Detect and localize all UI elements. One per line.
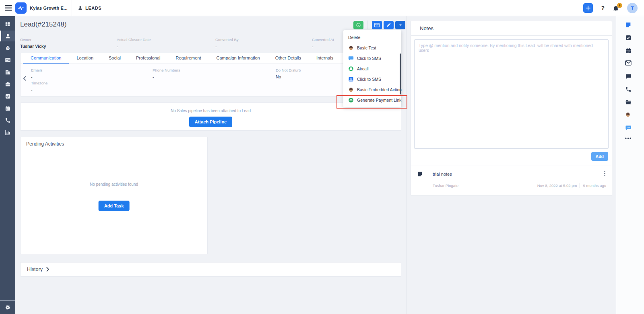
menu-item-label: Basic Test [357, 45, 376, 50]
left-sidebar: $ [0, 16, 15, 314]
rail-calls-button[interactable] [625, 86, 632, 93]
pending-activities-card: Pending Activities No pending activities… [20, 137, 208, 254]
avatar-icon [348, 87, 354, 92]
note-row: trial notes [417, 171, 606, 177]
ellipsis-icon [625, 138, 631, 139]
envelope-icon [374, 23, 380, 27]
menu-item-label: Generate Payment Link [357, 98, 401, 103]
rail-chat-button[interactable] [625, 73, 632, 80]
nav-leads[interactable]: LEADS [78, 5, 101, 10]
email-button[interactable] [372, 21, 382, 29]
pipeline-empty-text: No Sales pipeline has been attached to L… [21, 109, 401, 113]
quick-add-button[interactable] [583, 3, 593, 13]
menu-item-click-to-sms[interactable]: Click to SMS [343, 53, 401, 64]
tab-other-details[interactable]: Other Details [268, 53, 309, 64]
tab-location[interactable]: Location [69, 53, 101, 64]
add-task-button[interactable]: Add Task [99, 201, 130, 211]
sidebar-item-products[interactable] [0, 79, 15, 90]
field-value: - [215, 44, 239, 49]
sidebar-item-companies[interactable] [0, 67, 15, 78]
more-actions-dropdown-button[interactable] [395, 21, 405, 29]
note-input[interactable] [414, 39, 609, 149]
field-do-not-disturb: Do Not Disturb No [276, 68, 301, 79]
notes-add-row: Add [411, 149, 612, 161]
divider [72, 0, 72, 16]
add-note-button[interactable]: Add [591, 152, 608, 161]
sidebar-item-reports[interactable] [0, 127, 15, 138]
nav-leads-label: LEADS [85, 6, 101, 10]
tab-social[interactable]: Social [101, 53, 128, 64]
note-title: trial notes [433, 172, 452, 176]
field-value: - [31, 87, 47, 92]
field-value: Tushar Vicky [20, 44, 46, 49]
sidebar-item-leads[interactable] [0, 31, 15, 41]
help-button[interactable]: ? [601, 5, 605, 11]
menu-item-basic-test[interactable]: Basic Test [343, 43, 401, 53]
field-label: Phone Numbers [153, 68, 180, 72]
edit-button[interactable] [384, 21, 394, 29]
chevron-right-icon [46, 267, 50, 272]
sidebar-item-settings[interactable] [0, 300, 15, 314]
tab-campaign-information[interactable]: Campaign Information [209, 53, 268, 64]
sms-square-icon [348, 76, 354, 82]
tab-professional[interactable]: Professional [128, 53, 168, 64]
rail-meetings-button[interactable] [625, 47, 632, 54]
hamburger-menu-icon[interactable] [5, 5, 12, 11]
field-label: Timezone [31, 81, 47, 85]
note-author: Tushar Pingate [433, 183, 458, 188]
rail-notes-button[interactable] [625, 22, 632, 29]
rail-more-button[interactable] [625, 138, 632, 144]
leads-person-icon [5, 33, 11, 39]
sms-bubble-icon [348, 55, 354, 61]
menu-scrollbar[interactable] [400, 53, 401, 94]
gear-icon [5, 304, 11, 310]
tab-requirement[interactable]: Requirement [168, 53, 209, 64]
rail-sms-button[interactable] [625, 125, 632, 131]
field-label: Actual Closure Date [117, 37, 151, 42]
user-avatar[interactable]: T [627, 3, 638, 13]
kylas-logo[interactable] [15, 2, 27, 14]
tab-internals[interactable]: Internals [309, 53, 341, 64]
note-options-button[interactable] [604, 171, 605, 176]
menu-item-basic-embedded-action[interactable]: Basic Embedded Action [343, 84, 401, 95]
payu-icon [348, 97, 354, 103]
divider [367, 21, 368, 29]
dashboard-icon [5, 21, 10, 27]
notes-panel: Notes Add trial notes Tushar Pingate Nov… [411, 21, 612, 196]
pending-activities-title: Pending Activities [21, 137, 207, 151]
whatsapp-icon [356, 23, 361, 28]
field-label: Converted At [312, 37, 334, 42]
field-label: Owner [20, 37, 46, 42]
note-icon [417, 171, 423, 177]
whatsapp-button[interactable] [353, 21, 363, 29]
sidebar-item-dashboard[interactable] [0, 18, 15, 29]
rail-documents-button[interactable] [625, 99, 632, 106]
field-owner: Owner Tushar Vicky [20, 37, 46, 49]
attach-pipeline-button[interactable]: Attach Pipeline [189, 117, 232, 127]
sidebar-item-tasks[interactable] [0, 91, 15, 102]
menu-item-aircall[interactable]: Aircall [343, 64, 401, 74]
money-bag-icon: $ [5, 45, 11, 51]
sidebar-item-calls[interactable] [0, 115, 15, 126]
sidebar-item-contacts[interactable] [0, 55, 15, 66]
sidebar-item-deals[interactable]: $ [0, 43, 15, 53]
menu-item-delete[interactable]: Delete [343, 32, 401, 43]
rail-email-button[interactable] [625, 60, 632, 67]
sms-bubble-icon [625, 125, 632, 131]
notifications-button[interactable]: 6 [613, 5, 619, 12]
collapse-panel-button[interactable] [23, 76, 27, 81]
rail-tasks-button[interactable] [625, 35, 632, 41]
phone-icon [625, 86, 632, 92]
sidebar-item-meetings[interactable] [0, 103, 15, 114]
building-icon [5, 69, 11, 75]
brand-name: Kylas Growth E... [30, 6, 68, 10]
avatar-icon [348, 45, 354, 51]
top-navigation-bar: Kylas Growth E... LEADS ? 6 T [0, 0, 644, 16]
field-converted-at: Converted At - [312, 37, 334, 49]
menu-item-generate-payment-link[interactable]: Generate Payment Link [343, 95, 401, 105]
menu-item-click-to-sms-2[interactable]: Click to SMS [343, 74, 401, 84]
chat-bubble-icon [625, 73, 632, 80]
history-card[interactable]: History [20, 262, 401, 277]
tab-communication[interactable]: Communication [23, 53, 69, 64]
rail-basic-test-button[interactable] [625, 112, 632, 119]
